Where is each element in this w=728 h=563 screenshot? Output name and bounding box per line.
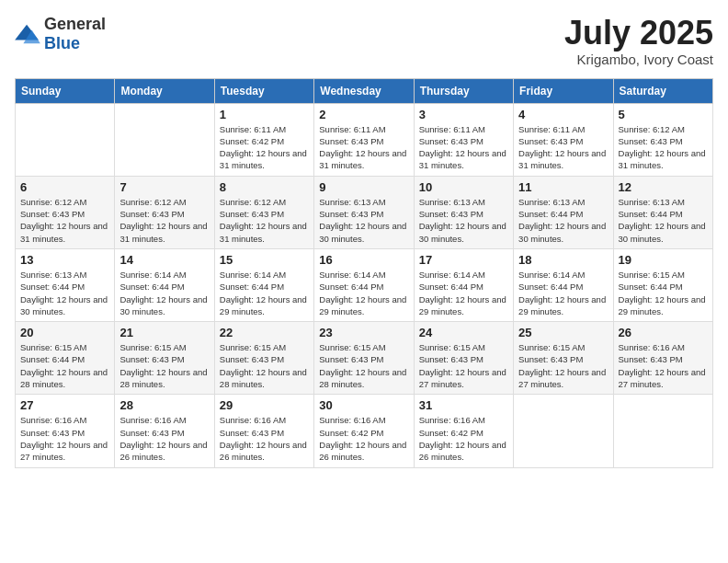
day-number: 27	[20, 398, 109, 412]
day-number: 14	[119, 253, 209, 267]
day-info: Sunrise: 6:16 AMSunset: 6:43 PMDaylight:…	[619, 341, 708, 390]
day-number: 10	[419, 180, 508, 194]
day-cell: 17Sunrise: 6:14 AMSunset: 6:44 PMDayligh…	[414, 248, 513, 321]
day-number: 28	[119, 398, 209, 412]
week-row-5: 27Sunrise: 6:16 AMSunset: 6:43 PMDayligh…	[16, 395, 713, 467]
day-info: Sunrise: 6:13 AMSunset: 6:44 PMDaylight:…	[518, 196, 608, 245]
day-number: 23	[319, 326, 408, 339]
week-row-1: 1Sunrise: 6:11 AMSunset: 6:42 PMDaylight…	[16, 103, 713, 176]
calendar-table: SundayMondayTuesdayWednesdayThursdayFrid…	[15, 78, 713, 468]
day-info: Sunrise: 6:16 AMSunset: 6:42 PMDaylight:…	[419, 414, 508, 463]
weekday-header-monday: Monday	[115, 78, 214, 103]
title-area: July 2025 Krigambo, Ivory Coast	[564, 15, 713, 67]
day-cell: 6Sunrise: 6:12 AMSunset: 6:43 PMDaylight…	[16, 176, 115, 248]
day-cell: 14Sunrise: 6:14 AMSunset: 6:44 PMDayligh…	[115, 248, 214, 321]
day-info: Sunrise: 6:16 AMSunset: 6:43 PMDaylight:…	[220, 414, 309, 463]
day-number: 4	[518, 108, 608, 121]
day-number: 25	[518, 326, 608, 339]
day-number: 5	[619, 108, 708, 121]
day-info: Sunrise: 6:12 AMSunset: 6:43 PMDaylight:…	[619, 123, 708, 172]
day-info: Sunrise: 6:15 AMSunset: 6:43 PMDaylight:…	[220, 341, 309, 390]
day-number: 12	[619, 180, 708, 194]
day-info: Sunrise: 6:15 AMSunset: 6:44 PMDaylight:…	[20, 341, 109, 390]
day-info: Sunrise: 6:12 AMSunset: 6:43 PMDaylight:…	[20, 196, 109, 245]
day-cell: 7Sunrise: 6:12 AMSunset: 6:43 PMDaylight…	[115, 176, 214, 248]
weekday-header-saturday: Saturday	[613, 78, 712, 103]
day-cell	[115, 103, 214, 176]
day-cell: 8Sunrise: 6:12 AMSunset: 6:43 PMDaylight…	[214, 176, 313, 248]
weekday-header-row: SundayMondayTuesdayWednesdayThursdayFrid…	[16, 78, 713, 103]
day-info: Sunrise: 6:11 AMSunset: 6:43 PMDaylight:…	[518, 123, 608, 172]
logo-icon	[15, 23, 40, 45]
day-number: 24	[419, 326, 508, 339]
day-cell: 3Sunrise: 6:11 AMSunset: 6:43 PMDaylight…	[414, 103, 513, 176]
day-cell: 27Sunrise: 6:16 AMSunset: 6:43 PMDayligh…	[16, 395, 115, 467]
day-info: Sunrise: 6:14 AMSunset: 6:44 PMDaylight:…	[119, 269, 209, 317]
day-cell: 4Sunrise: 6:11 AMSunset: 6:43 PMDaylight…	[514, 103, 613, 176]
weekday-header-sunday: Sunday	[16, 78, 115, 103]
day-info: Sunrise: 6:15 AMSunset: 6:43 PMDaylight:…	[319, 341, 408, 390]
day-info: Sunrise: 6:14 AMSunset: 6:44 PMDaylight:…	[518, 269, 608, 317]
day-number: 1	[220, 108, 309, 121]
day-number: 19	[619, 253, 708, 267]
logo-text: General Blue	[44, 15, 106, 53]
day-number: 8	[220, 180, 309, 194]
logo: General Blue	[15, 15, 106, 53]
day-info: Sunrise: 6:14 AMSunset: 6:44 PMDaylight:…	[319, 269, 408, 317]
weekday-header-thursday: Thursday	[414, 78, 513, 103]
day-number: 17	[419, 253, 508, 267]
day-info: Sunrise: 6:15 AMSunset: 6:43 PMDaylight:…	[119, 341, 209, 390]
day-info: Sunrise: 6:15 AMSunset: 6:44 PMDaylight:…	[619, 269, 708, 317]
day-cell: 5Sunrise: 6:12 AMSunset: 6:43 PMDaylight…	[613, 103, 712, 176]
day-cell: 22Sunrise: 6:15 AMSunset: 6:43 PMDayligh…	[214, 322, 313, 395]
day-info: Sunrise: 6:13 AMSunset: 6:43 PMDaylight:…	[319, 196, 408, 245]
day-cell: 21Sunrise: 6:15 AMSunset: 6:43 PMDayligh…	[115, 322, 214, 395]
day-number: 11	[518, 180, 608, 194]
weekday-header-wednesday: Wednesday	[314, 78, 414, 103]
month-title: July 2025	[564, 15, 713, 52]
day-cell: 15Sunrise: 6:14 AMSunset: 6:44 PMDayligh…	[214, 248, 313, 321]
day-info: Sunrise: 6:16 AMSunset: 6:43 PMDaylight:…	[20, 414, 109, 463]
day-info: Sunrise: 6:14 AMSunset: 6:44 PMDaylight:…	[220, 269, 309, 317]
week-row-2: 6Sunrise: 6:12 AMSunset: 6:43 PMDaylight…	[16, 176, 713, 248]
day-cell: 28Sunrise: 6:16 AMSunset: 6:43 PMDayligh…	[115, 395, 214, 467]
day-info: Sunrise: 6:12 AMSunset: 6:43 PMDaylight:…	[119, 196, 209, 245]
day-info: Sunrise: 6:11 AMSunset: 6:43 PMDaylight:…	[319, 123, 408, 172]
day-info: Sunrise: 6:13 AMSunset: 6:43 PMDaylight:…	[419, 196, 508, 245]
logo-blue: Blue	[44, 34, 80, 52]
day-cell: 19Sunrise: 6:15 AMSunset: 6:44 PMDayligh…	[613, 248, 712, 321]
day-number: 7	[119, 180, 209, 194]
day-number: 30	[319, 398, 408, 412]
day-cell: 31Sunrise: 6:16 AMSunset: 6:42 PMDayligh…	[414, 395, 513, 467]
day-cell	[514, 395, 613, 467]
day-info: Sunrise: 6:15 AMSunset: 6:43 PMDaylight:…	[518, 341, 608, 390]
day-number: 22	[220, 326, 309, 339]
day-number: 18	[518, 253, 608, 267]
day-cell: 1Sunrise: 6:11 AMSunset: 6:42 PMDaylight…	[214, 103, 313, 176]
day-info: Sunrise: 6:11 AMSunset: 6:43 PMDaylight:…	[419, 123, 508, 172]
location-title: Krigambo, Ivory Coast	[564, 52, 713, 67]
day-info: Sunrise: 6:15 AMSunset: 6:43 PMDaylight:…	[419, 341, 508, 390]
day-cell: 13Sunrise: 6:13 AMSunset: 6:44 PMDayligh…	[16, 248, 115, 321]
day-number: 20	[20, 326, 109, 339]
day-cell: 24Sunrise: 6:15 AMSunset: 6:43 PMDayligh…	[414, 322, 513, 395]
day-info: Sunrise: 6:16 AMSunset: 6:43 PMDaylight:…	[119, 414, 209, 463]
day-number: 13	[20, 253, 109, 267]
day-cell: 16Sunrise: 6:14 AMSunset: 6:44 PMDayligh…	[314, 248, 414, 321]
day-number: 26	[619, 326, 708, 339]
weekday-header-tuesday: Tuesday	[214, 78, 313, 103]
day-cell: 29Sunrise: 6:16 AMSunset: 6:43 PMDayligh…	[214, 395, 313, 467]
day-cell: 25Sunrise: 6:15 AMSunset: 6:43 PMDayligh…	[514, 322, 613, 395]
week-row-3: 13Sunrise: 6:13 AMSunset: 6:44 PMDayligh…	[16, 248, 713, 321]
page-header: General Blue July 2025 Krigambo, Ivory C…	[15, 15, 713, 67]
day-info: Sunrise: 6:13 AMSunset: 6:44 PMDaylight:…	[619, 196, 708, 245]
day-number: 9	[319, 180, 408, 194]
day-number: 29	[220, 398, 309, 412]
day-info: Sunrise: 6:16 AMSunset: 6:42 PMDaylight:…	[319, 414, 408, 463]
day-cell: 11Sunrise: 6:13 AMSunset: 6:44 PMDayligh…	[514, 176, 613, 248]
day-cell: 23Sunrise: 6:15 AMSunset: 6:43 PMDayligh…	[314, 322, 414, 395]
logo-general: General	[44, 15, 106, 33]
day-number: 21	[119, 326, 209, 339]
weekday-header-friday: Friday	[514, 78, 613, 103]
day-cell: 18Sunrise: 6:14 AMSunset: 6:44 PMDayligh…	[514, 248, 613, 321]
